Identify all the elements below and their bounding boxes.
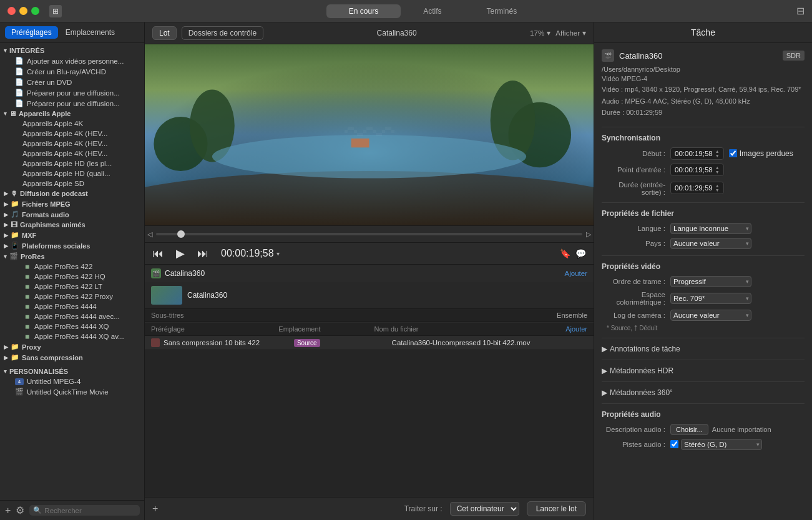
pistes-select[interactable]: Stéréo (G, D) xyxy=(681,439,762,450)
captions-icon[interactable]: 💬 xyxy=(575,248,586,258)
section-prores[interactable]: ▾ 🎬 ProRes xyxy=(0,251,144,262)
settings-button[interactable]: ⚙ xyxy=(16,504,24,516)
sidebar-item-prores4444avec[interactable]: ◼ Apple ProRes 4444 avec... xyxy=(0,312,144,321)
tab-lot[interactable]: Lot xyxy=(152,26,177,40)
close-button[interactable] xyxy=(7,7,16,15)
zoom-arrow: ▾ xyxy=(547,29,550,37)
sidebar-item-prores422hq[interactable]: ◼ Apple ProRes 422 HQ xyxy=(0,272,144,282)
sidebar-item-untitled-mpeg4[interactable]: 4 Untitled MPEG-4 xyxy=(0,376,144,386)
stepper-up[interactable]: ▲ xyxy=(715,149,720,154)
playhead-knob[interactable] xyxy=(177,230,185,238)
col-add-button[interactable]: Ajouter xyxy=(565,325,587,333)
view-control[interactable]: Afficher ▾ xyxy=(555,29,586,37)
point-entree-stepper[interactable]: ▲ ▼ xyxy=(715,165,720,174)
zoom-control[interactable]: 17% ▾ xyxy=(530,29,550,37)
sidebar-item-dvd[interactable]: 📄 Créer un DVD xyxy=(0,77,144,87)
stepper-down[interactable]: ▼ xyxy=(715,188,720,192)
sidebar-tab-emplacements[interactable]: Emplacements xyxy=(59,26,121,39)
fullscreen-button[interactable] xyxy=(31,7,39,15)
langue-select[interactable]: Langue inconnue xyxy=(670,223,751,234)
duree-value[interactable]: 00:01:29;59 ▲ ▼ xyxy=(670,182,724,194)
section-podcast[interactable]: ▶ 🎙 Diffusion de podcast xyxy=(0,189,144,199)
sidebar-item-apple-hd-2[interactable]: Appareils Apple HD (quali... xyxy=(0,169,144,179)
tab-actifs[interactable]: Actifs xyxy=(401,4,464,18)
job-add-button[interactable]: Ajouter xyxy=(565,270,587,277)
playhead-bar[interactable]: ◁ ▷ xyxy=(145,225,594,243)
section-mxf[interactable]: ▶ 📁 MXF xyxy=(0,230,144,240)
item-label: Appareils Apple 4K xyxy=(22,120,83,127)
duree-stepper[interactable]: ▲ ▼ xyxy=(715,184,720,192)
sidebar-tab-prereglages[interactable]: Préréglages xyxy=(5,26,58,39)
section-appareils-apple[interactable]: ▾ 🖥 Appareils Apple xyxy=(0,109,144,119)
item-label: Appareils Apple 4K (HEV... xyxy=(22,130,107,137)
bookmark-icon[interactable]: 🔖 xyxy=(560,248,570,258)
tab-dossiers[interactable]: Dossiers de contrôle xyxy=(182,26,263,40)
sidebar-item-bluray[interactable]: 📄 Créer un Blu-ray/AVCHD xyxy=(0,66,144,77)
sidebar-item-prores4444[interactable]: ◼ Apple ProRes 4444 xyxy=(0,302,144,312)
log-select[interactable]: Aucune valeur xyxy=(670,310,751,321)
pays-row: Pays : Aucune valeur xyxy=(602,238,805,249)
sidebar-item-apple-4k-hev-1[interactable]: Appareils Apple 4K (HEV... xyxy=(0,129,144,139)
sidebar-item-prores4444xq[interactable]: ◼ Apple ProRes 4444 XQ xyxy=(0,321,144,331)
start-button[interactable]: Lancer le lot xyxy=(527,501,586,516)
section-integres[interactable]: ▾ INTÉGRÉS xyxy=(0,46,144,56)
debut-stepper[interactable]: ▲ ▼ xyxy=(715,149,720,158)
debut-value[interactable]: 00:00:19;58 ▲ ▼ xyxy=(670,147,724,160)
timecode-display[interactable]: 00:00:19;58 ▾ xyxy=(221,248,280,259)
stepper-up[interactable]: ▲ xyxy=(715,184,720,188)
sidebar-item-apple-4k-hev-3[interactable]: Appareils Apple 4K (HEV... xyxy=(0,149,144,159)
sidebar-item-prores422lt[interactable]: ◼ Apple ProRes 422 LT xyxy=(0,282,144,292)
sidebar-item-preparer-1[interactable]: 📄 Préparer pour une diffusion... xyxy=(0,87,144,98)
play-button[interactable]: ▶ xyxy=(176,247,185,260)
tab-termines[interactable]: Terminés xyxy=(464,4,540,18)
sidebar-item-untitled-quicktime[interactable]: 🎬 Untitled QuickTime Movie xyxy=(0,386,144,397)
section-plateformes[interactable]: ▶ 📱 Plateformes sociales xyxy=(0,240,144,251)
stepper-down[interactable]: ▼ xyxy=(715,170,720,174)
skip-back-button[interactable]: ⏮ xyxy=(152,247,164,260)
point-entree-value[interactable]: 00:00:19;58 ▲ ▼ xyxy=(670,164,724,176)
sidebar-item-apple-4k-hev-2[interactable]: Appareils Apple 4K (HEV... xyxy=(0,139,144,149)
pays-select[interactable]: Aucune valeur xyxy=(670,238,751,249)
choose-button[interactable]: Choisir... xyxy=(670,424,708,435)
section-audio[interactable]: ▶ 🎵 Formats audio xyxy=(0,209,144,220)
skip-forward-button[interactable]: ⏭ xyxy=(197,247,208,260)
process-select[interactable]: Cet ordinateur xyxy=(450,502,519,516)
sidebar-item-prores422[interactable]: ◼ Apple ProRes 422 xyxy=(0,262,144,272)
stepper-down[interactable]: ▼ xyxy=(715,154,720,158)
sidebar-item-apple-4k[interactable]: Appareils Apple 4K xyxy=(0,119,144,129)
playhead-track[interactable] xyxy=(156,233,582,235)
layout-icon[interactable]: ⊟ xyxy=(796,5,805,17)
images-perdues-checkbox[interactable] xyxy=(729,149,737,157)
panel-icon[interactable]: ⊞ xyxy=(49,5,62,17)
ordre-select[interactable]: Progressif xyxy=(670,276,751,287)
item-label: Créer un Blu-ray/AVCHD xyxy=(27,68,106,76)
hdr-link[interactable]: ▶ Métadonnées HDR xyxy=(602,366,805,375)
right-panel-title: Tâche xyxy=(691,27,715,37)
search-input[interactable] xyxy=(44,507,136,514)
add-button[interactable]: + xyxy=(5,505,11,516)
metadata360-link[interactable]: ▶ Métadonnées 360° xyxy=(602,388,805,397)
annotations-link[interactable]: ▶ Annotations de tâche xyxy=(602,345,805,353)
section-personnalises[interactable]: ▾ PERSONNALISÉS xyxy=(0,366,144,376)
sidebar-item-ajouter-videos[interactable]: 📄 Ajouter aux vidéos personne... xyxy=(0,56,144,66)
item-label: Apple ProRes 422 LT xyxy=(34,283,102,290)
minimize-button[interactable] xyxy=(19,7,27,15)
section-mpeg[interactable]: ▶ 📁 Fichiers MPEG xyxy=(0,199,144,209)
sidebar-item-preparer-2[interactable]: 📄 Préparer pour une diffusion... xyxy=(0,98,144,109)
view-arrow: ▾ xyxy=(582,29,586,37)
section-proxy[interactable]: ▶ 📁 Proxy xyxy=(0,341,144,352)
section-sans-compression[interactable]: ▶ 📁 Sans compression xyxy=(0,352,144,363)
job-row[interactable]: Sans compression 10 bits 422 Source Cata… xyxy=(145,336,594,350)
sidebar-item-apple-hd-1[interactable]: Appareils Apple HD (les pl... xyxy=(0,159,144,169)
pistes-checkbox[interactable] xyxy=(670,440,678,448)
stepper-up[interactable]: ▲ xyxy=(715,165,720,170)
sidebar-item-prores4444xqav[interactable]: ◼ Apple ProRes 4444 XQ av... xyxy=(0,331,144,341)
add-job-button[interactable]: + xyxy=(152,503,158,514)
sidebar-item-apple-sd[interactable]: Appareils Apple SD xyxy=(0,179,144,189)
section-graphismes[interactable]: ▶ 🎞 Graphismes animés xyxy=(0,220,144,230)
tab-en-cours[interactable]: En cours xyxy=(326,4,401,18)
sidebar-search[interactable]: 🔍 xyxy=(29,505,140,516)
sidebar-item-prores422proxy[interactable]: ◼ Apple ProRes 422 Proxy xyxy=(0,292,144,302)
job-table-header: Sous-titres Ensemble xyxy=(145,309,594,322)
espace-select[interactable]: Rec. 709* xyxy=(670,293,751,304)
